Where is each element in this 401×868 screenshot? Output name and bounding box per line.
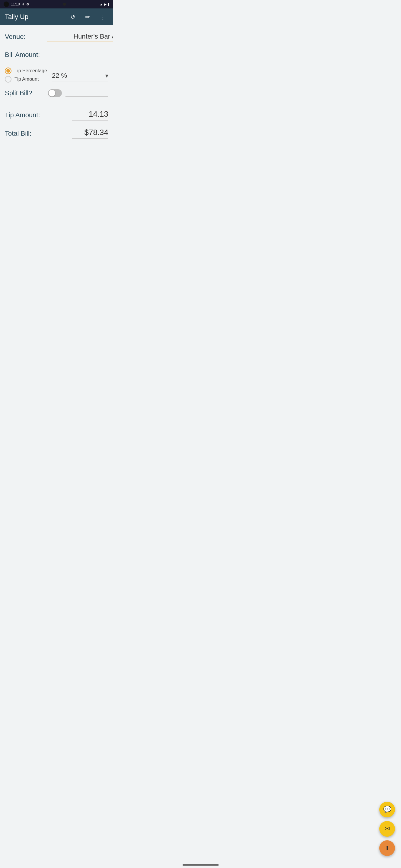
settings-icon: ⚙ (26, 2, 29, 6)
download-icon: ⬇ (22, 2, 24, 6)
tip-amount-result-row: Tip Amount: 14.13 (5, 110, 108, 121)
split-bill-toggle[interactable] (48, 89, 62, 97)
main-content: Venue: Bill Amount: Tip Percentage Tip A… (0, 25, 113, 152)
tip-selector-row: Tip Percentage Tip Amount 22 % ▾ (5, 67, 108, 84)
tip-amount-result-value: 14.13 (72, 110, 108, 121)
tip-percentage-label: Tip Percentage (15, 68, 47, 73)
notification-dot (63, 3, 66, 6)
venue-row: Venue: (5, 31, 108, 42)
status-icons: ▲ ▶ ▮ (99, 2, 110, 6)
venue-label: Venue: (5, 33, 47, 41)
app-title: Tally Up (5, 13, 63, 21)
split-bill-row: Split Bill? (5, 89, 108, 97)
refresh-button[interactable]: ↺ (68, 11, 78, 23)
signal-icon: ▶ (104, 2, 107, 6)
tip-percentage-dropdown[interactable]: 22 % ▾ (52, 70, 108, 82)
tip-amount-radio-row[interactable]: Tip Amount (5, 76, 47, 83)
toggle-knob (49, 90, 55, 96)
divider (5, 102, 108, 102)
battery-icon: ▮ (108, 2, 110, 6)
total-bill-row: Total Bill: $78.34 (5, 128, 108, 139)
status-bar: 11:10 ⬇ ⚙ ▲ ▶ ▮ (0, 0, 113, 8)
chevron-down-icon: ▾ (105, 72, 108, 79)
tip-amount-label: Tip Amount (15, 76, 39, 82)
app-bar: Tally Up ↺ ✏ ⋮ (0, 8, 113, 25)
tip-percentage-radio-row[interactable]: Tip Percentage (5, 67, 47, 74)
venue-input[interactable] (47, 31, 113, 42)
tip-amount-result-label: Tip Amount: (5, 111, 72, 119)
camera-icon (4, 1, 9, 7)
total-bill-label: Total Bill: (5, 130, 72, 137)
more-options-button[interactable]: ⋮ (97, 11, 108, 23)
tip-percentage-radio[interactable] (5, 67, 11, 74)
tip-percentage-value: 22 % (52, 72, 67, 80)
tip-radio-group: Tip Percentage Tip Amount (5, 67, 47, 84)
status-left: 11:10 ⬇ ⚙ (4, 1, 29, 7)
status-time: 11:10 (11, 2, 20, 6)
bill-amount-label: Bill Amount: (5, 51, 47, 59)
tip-amount-radio[interactable] (5, 76, 11, 83)
bill-amount-input[interactable] (47, 50, 113, 60)
bill-amount-row: Bill Amount: (5, 50, 108, 60)
edit-button[interactable]: ✏ (83, 11, 93, 23)
split-bill-label: Split Bill? (5, 89, 48, 97)
total-bill-value: $78.34 (72, 128, 108, 139)
wifi-icon: ▲ (99, 2, 103, 6)
